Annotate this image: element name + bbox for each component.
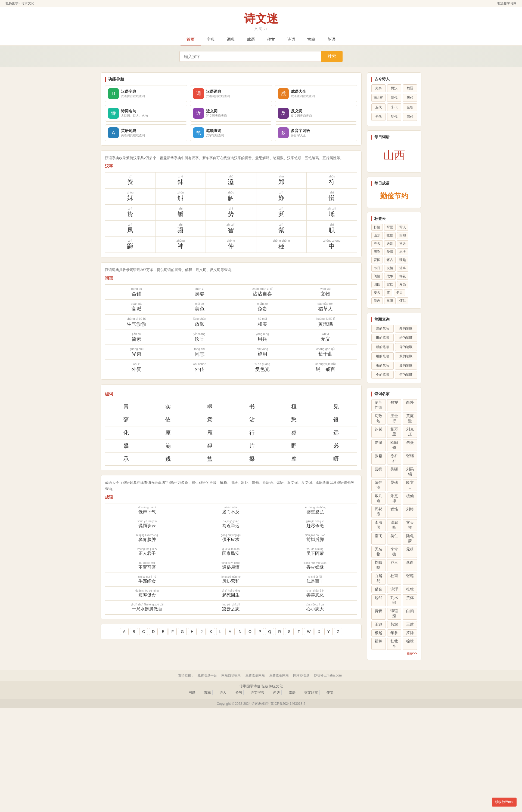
nav-link-诗词[interactable]: 诗词 bbox=[281, 34, 301, 45]
word-cell[interactable]: hé měi和美 bbox=[231, 314, 294, 330]
tag-友情[interactable]: 友情 bbox=[384, 265, 396, 272]
poet-name-刘铧[interactable]: 刘铧 bbox=[403, 506, 417, 518]
chengyu-cell[interactable]: shàn shàn è è善善恶恶 bbox=[273, 587, 357, 601]
radical-cell[interactable]: 依 bbox=[147, 413, 189, 426]
char-cell[interactable]: zhì势 bbox=[206, 205, 256, 221]
poet-name-程垓[interactable]: 程垓 bbox=[387, 506, 402, 518]
tag-抒情[interactable]: 抒情 bbox=[372, 224, 383, 231]
stroke-btn-鼓的笔顺[interactable]: 鼓的笔顺 bbox=[395, 352, 417, 360]
char-cell[interactable]: zhū灅 bbox=[206, 173, 256, 189]
feature-item-近义词[interactable]: 近近义词近义词查询查询 bbox=[190, 105, 273, 122]
poet-name-陆游[interactable]: 陆游 bbox=[372, 439, 386, 451]
chengyu-cell[interactable]: bù zhì kě fǒu不置可否 bbox=[105, 559, 189, 573]
friend-link-3[interactable]: 免费收录网站 bbox=[269, 674, 289, 677]
period-btn-南北朝[interactable]: 南北朝 bbox=[372, 94, 385, 102]
poet-name-张籍[interactable]: 张籍 bbox=[372, 452, 386, 464]
radical-cell[interactable]: 雁 bbox=[189, 426, 231, 440]
word-cell[interactable]: huáng liú liú lǐ黄琉璃 bbox=[294, 314, 357, 330]
word-cell[interactable]: míng pū命铺 bbox=[105, 285, 168, 299]
friend-link-2[interactable]: 免费收录网站 bbox=[245, 674, 265, 677]
radical-cell[interactable]: 青 bbox=[105, 400, 147, 413]
period-btn-五代[interactable]: 五代 bbox=[372, 103, 385, 111]
poet-name-楼仙[interactable]: 楼仙 bbox=[403, 492, 417, 504]
tag-闺情[interactable]: 闺情 bbox=[372, 273, 383, 280]
feature-item-成语大全[interactable]: 成成语大全成语查询在线查询 bbox=[275, 85, 357, 102]
char-cell[interactable]: zhì懫 bbox=[307, 189, 357, 205]
poet-name-苏轼[interactable]: 苏轼 bbox=[372, 426, 386, 438]
word-cell[interactable]: fù sè guāng复色光 bbox=[231, 360, 294, 375]
word-cell[interactable]: yǐn xiāng饮香 bbox=[168, 330, 232, 345]
poet-name-欧文天[interactable]: 欧文天 bbox=[403, 479, 417, 491]
char-cell[interactable]: zhì贽 bbox=[105, 205, 156, 221]
poet-name-李常德[interactable]: 李常德 bbox=[387, 546, 402, 558]
poet-name-吴疆[interactable]: 吴疆 bbox=[387, 466, 402, 478]
poet-name-楼起[interactable]: 楼起 bbox=[372, 630, 386, 637]
poet-name-曹操[interactable]: 曹操 bbox=[372, 466, 386, 478]
char-cell[interactable]: zhòu觓 bbox=[156, 189, 206, 205]
footer-nav-link-名句[interactable]: 名句 bbox=[234, 690, 244, 695]
poet-name-杜牧辛[interactable]: 杜牧辛 bbox=[387, 638, 402, 650]
friend-link-0[interactable]: 免费收录平台 bbox=[197, 674, 217, 677]
poet-name-秦飞[interactable]: 秦飞 bbox=[372, 533, 386, 544]
poet-name-黄庭坚[interactable]: 黄庭坚 bbox=[403, 412, 417, 425]
radical-cell[interactable]: 蒲 bbox=[105, 413, 147, 426]
radical-cell[interactable]: 摩 bbox=[273, 452, 315, 466]
radical-cell[interactable]: 野 bbox=[273, 440, 315, 452]
poet-name-王建[interactable]: 王建 bbox=[403, 621, 417, 628]
chengyu-cell[interactable]: xiāng huǒ yīn yuán香火姻缘 bbox=[273, 559, 357, 573]
radical-cell[interactable]: 书 bbox=[231, 400, 273, 413]
tag-爱国[interactable]: 爱国 bbox=[372, 257, 383, 264]
period-btn-清代[interactable]: 清代 bbox=[403, 113, 417, 121]
alpha-link-M[interactable]: M bbox=[225, 628, 235, 635]
word-cell[interactable]: zhān zhān zì xǐ沾沾自喜 bbox=[231, 285, 294, 299]
poet-name-周邦彦[interactable]: 周邦彦 bbox=[372, 506, 386, 518]
poet-name-吴仁[interactable]: 吴仁 bbox=[387, 533, 402, 544]
footer-nav-link-英文欣赏[interactable]: 英文欣赏 bbox=[303, 690, 320, 695]
poet-name-戴几道[interactable]: 戴几道 bbox=[372, 492, 386, 504]
tag-宴饮[interactable]: 宴饮 bbox=[384, 281, 396, 288]
alpha-link-T[interactable]: T bbox=[295, 628, 303, 635]
radical-cell[interactable]: 翠 bbox=[189, 400, 231, 413]
top-bar-link-1[interactable]: 弘扬国学 bbox=[5, 1, 19, 5]
word-cell[interactable]: shèng qì bó bó生气勃勃 bbox=[105, 314, 168, 330]
tag-励志[interactable]: 励志 bbox=[372, 297, 383, 304]
alpha-link-J[interactable]: J bbox=[198, 628, 205, 635]
footer-nav-link-成语[interactable]: 成语 bbox=[287, 690, 297, 695]
feature-item-诗词名句[interactable]: 诗诗词名句古诗词、诗人、名句 bbox=[105, 105, 187, 122]
poet-name-李清照[interactable]: 李清照 bbox=[372, 519, 386, 531]
more-poets-link[interactable]: 更多>> bbox=[372, 651, 417, 656]
poet-name-猫合[interactable]: 猫合 bbox=[372, 586, 386, 593]
chengyu-cell[interactable]: dǎ jìn jǔ yuǎn笃近举远 bbox=[189, 517, 273, 531]
chengyu-cell[interactable]: duǎn shòu cù mìng短寿促命 bbox=[105, 587, 189, 601]
radical-cell[interactable]: 搡 bbox=[231, 452, 273, 466]
tag-爱情[interactable]: 爱情 bbox=[384, 248, 396, 255]
poet-name-起然[interactable]: 起然 bbox=[372, 594, 386, 606]
tag-夏天[interactable]: 夏天 bbox=[372, 289, 383, 296]
alpha-link-Z[interactable]: Z bbox=[334, 628, 342, 635]
chengyu-cell[interactable]: sì shì ér fēi似是而非 bbox=[273, 573, 357, 587]
word-cell[interactable]: guān pài官派 bbox=[105, 299, 168, 314]
tag-咏物[interactable]: 咏物 bbox=[384, 232, 396, 239]
radical-cell[interactable]: 愁 bbox=[273, 413, 315, 426]
tag-梅花[interactable]: 梅花 bbox=[397, 273, 408, 280]
char-cell[interactable]: zhōu符 bbox=[307, 173, 357, 189]
tag-冬天[interactable]: 冬天 bbox=[394, 289, 405, 296]
period-btn-唐代[interactable]: 唐代 bbox=[403, 94, 417, 102]
tag-田园[interactable]: 田园 bbox=[372, 281, 383, 288]
tag-闺怨[interactable]: 闺怨 bbox=[397, 232, 408, 239]
alpha-link-P[interactable]: P bbox=[256, 628, 264, 635]
daily-word-display[interactable]: 山西 bbox=[372, 142, 417, 168]
feature-item-多音字词语[interactable]: 多多音字词语多音字大全 bbox=[275, 124, 357, 141]
friend-link-5[interactable]: 砂收秒巴msba.com bbox=[314, 674, 342, 677]
nav-link-词典[interactable]: 词典 bbox=[221, 34, 241, 45]
footer-nav-link-古籍[interactable]: 古籍 bbox=[203, 690, 213, 695]
poet-name-陆龟蒙[interactable]: 陆龟蒙 bbox=[403, 533, 417, 544]
chengyu-cell[interactable]: mí ér bù fǎn迷而不反 bbox=[189, 503, 273, 517]
radical-cell[interactable]: 行 bbox=[231, 426, 273, 440]
poet-name-张继[interactable]: 张继 bbox=[403, 452, 417, 464]
radical-cell[interactable]: 实 bbox=[147, 400, 189, 413]
word-cell[interactable]: wài zī外资 bbox=[105, 360, 168, 375]
tag-怀古[interactable]: 怀古 bbox=[384, 257, 396, 264]
radical-cell[interactable]: 攀 bbox=[105, 440, 147, 452]
tag-雪[interactable]: 雪 bbox=[384, 289, 392, 296]
